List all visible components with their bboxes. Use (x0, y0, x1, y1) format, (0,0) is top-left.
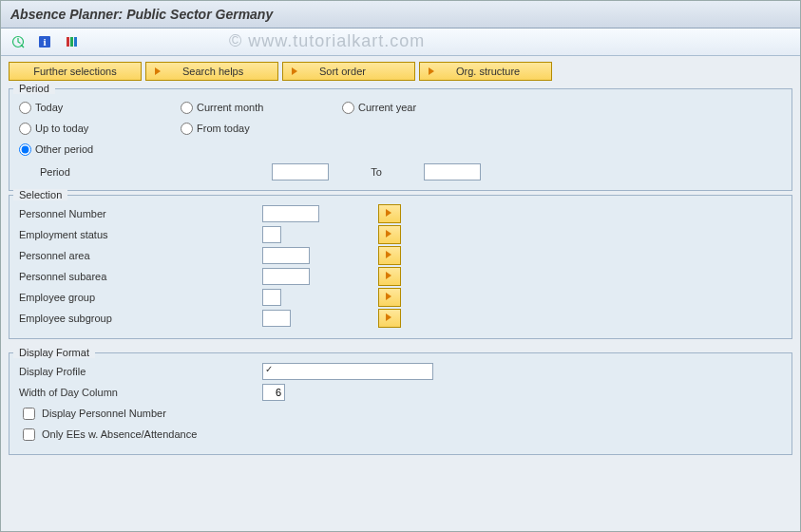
search-helps-label: Search helps (182, 66, 243, 77)
radio-today-label: Today (35, 102, 63, 113)
selection-row-pernr: Personnel Number (19, 203, 782, 224)
app-window: Absence Planner: Public Sector Germany ©… (0, 0, 801, 532)
perssub-label: Personnel subarea (19, 271, 257, 282)
period-to-label: To (338, 166, 414, 178)
radio-up-to-today[interactable]: Up to today (19, 123, 181, 135)
width-day-column-input[interactable] (262, 384, 285, 401)
period-legend: Period (13, 83, 55, 94)
period-from-input[interactable] (272, 163, 329, 180)
esg-label: Employee subgroup (19, 313, 257, 324)
persarea-label: Personnel area (19, 250, 257, 261)
persarea-multiple-selection-button[interactable] (378, 246, 401, 265)
radio-up-to-today-label: Up to today (35, 123, 88, 134)
arrow-right-icon (384, 270, 395, 283)
svg-rect-4 (70, 37, 73, 47)
pernr-input[interactable] (262, 205, 319, 222)
only-ees-checkbox-row[interactable]: Only EEs w. Absence/Attendance (19, 424, 782, 445)
radio-from-today-input[interactable] (181, 123, 193, 135)
empstat-input[interactable] (262, 226, 281, 243)
display-profile-label: Display Profile (19, 366, 257, 377)
eg-multiple-selection-button[interactable] (378, 288, 401, 307)
org-structure-label: Org. structure (456, 66, 520, 77)
esg-input[interactable] (262, 310, 291, 327)
radio-current-year[interactable]: Current year (342, 102, 504, 114)
selection-row-eg: Employee group (19, 287, 782, 308)
svg-text:i: i (43, 36, 46, 48)
variant-button[interactable] (62, 32, 81, 51)
radio-from-today[interactable]: From today (181, 123, 342, 135)
radio-current-year-input[interactable] (342, 102, 354, 114)
clock-execute-icon (11, 35, 25, 48)
radio-other-period[interactable]: Other period (19, 143, 181, 156)
display-pernr-label: Display Personnel Number (42, 408, 166, 419)
radio-today-input[interactable] (19, 102, 31, 114)
radio-other-period-label: Other period (35, 143, 93, 155)
radio-from-today-label: From today (197, 123, 250, 134)
search-helps-button[interactable]: Search helps (145, 62, 278, 81)
radio-current-month-label: Current month (197, 102, 263, 113)
esg-multiple-selection-button[interactable] (378, 309, 401, 328)
information-button[interactable]: i (35, 32, 54, 51)
period-to-input[interactable] (424, 163, 481, 180)
arrow-right-icon (384, 249, 395, 262)
arrow-right-icon (289, 65, 302, 78)
arrow-right-icon (152, 65, 165, 78)
pernr-label: Personnel Number (19, 208, 257, 219)
further-selections-button[interactable]: Further selections (9, 62, 142, 81)
display-profile-input[interactable] (262, 363, 433, 380)
window-title: Absence Planner: Public Sector Germany (10, 7, 273, 22)
eg-label: Employee group (19, 292, 257, 303)
window-titlebar: Absence Planner: Public Sector Germany (1, 1, 800, 28)
empstat-multiple-selection-button[interactable] (378, 225, 401, 244)
perssub-multiple-selection-button[interactable] (378, 267, 401, 286)
radio-up-to-today-input[interactable] (19, 123, 31, 135)
arrow-right-icon (384, 228, 395, 241)
period-panel: Period Today Current month Current year … (9, 88, 792, 191)
arrow-right-icon (384, 207, 395, 220)
period-label: Period (40, 166, 101, 178)
only-ees-checkbox[interactable] (23, 428, 35, 441)
persarea-input[interactable] (262, 247, 310, 264)
width-day-column-label: Width of Day Column (19, 387, 257, 398)
selection-row-esg: Employee subgroup (19, 308, 782, 329)
arrow-right-icon (384, 312, 395, 325)
radio-today[interactable]: Today (19, 102, 181, 114)
app-toolbar: i (1, 28, 800, 56)
display-pernr-checkbox[interactable] (23, 408, 35, 420)
further-selections-label: Further selections (33, 66, 116, 77)
svg-rect-3 (67, 37, 69, 47)
only-ees-label: Only EEs w. Absence/Attendance (42, 428, 197, 440)
radio-current-month-input[interactable] (181, 102, 193, 114)
radio-current-year-label: Current year (358, 102, 416, 113)
arrow-right-icon (426, 65, 439, 78)
execute-button[interactable] (9, 32, 28, 51)
sort-order-label: Sort order (319, 66, 366, 77)
info-icon: i (38, 35, 51, 48)
selection-row-persarea: Personnel area (19, 245, 782, 266)
org-structure-button[interactable]: Org. structure (419, 62, 552, 81)
radio-other-period-input[interactable] (19, 143, 31, 156)
display-pernr-checkbox-row[interactable]: Display Personnel Number (19, 403, 782, 424)
arrow-right-icon (384, 291, 395, 304)
pernr-multiple-selection-button[interactable] (378, 204, 401, 223)
selection-row-empstat: Employment status (19, 224, 782, 245)
bars-icon (65, 35, 78, 48)
radio-current-month[interactable]: Current month (181, 102, 342, 114)
selection-legend: Selection (13, 189, 67, 200)
display-legend: Display Format (13, 347, 95, 358)
selection-panel: Selection Personnel NumberEmployment sta… (9, 195, 792, 339)
selection-row-perssub: Personnel subarea (19, 266, 782, 287)
sort-order-button[interactable]: Sort order (282, 62, 415, 81)
check-icon: ✓ (265, 364, 273, 374)
selection-buttons-row: Further selections Search helps Sort ord… (1, 56, 800, 85)
empstat-label: Employment status (19, 229, 257, 240)
perssub-input[interactable] (262, 268, 310, 285)
svg-rect-5 (74, 37, 77, 47)
eg-input[interactable] (262, 289, 281, 306)
display-format-panel: Display Format Display Profile ✓ Width o… (9, 352, 792, 455)
